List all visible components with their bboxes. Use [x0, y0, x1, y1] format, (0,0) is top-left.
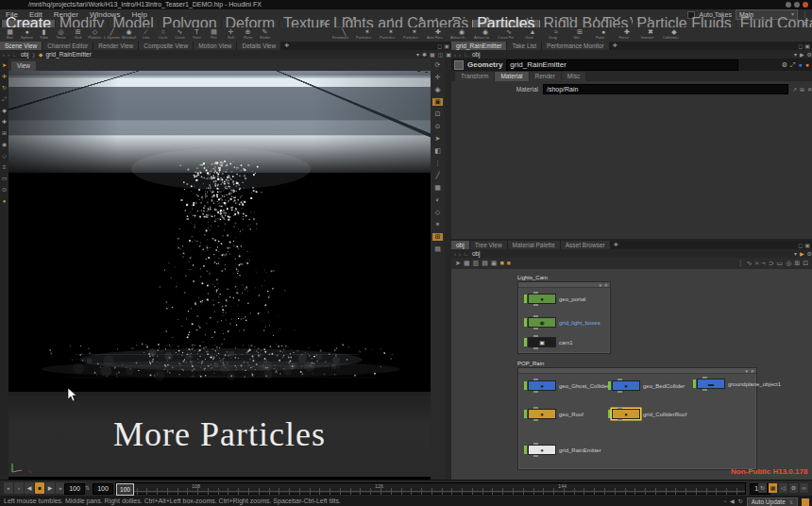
- path-dropdown[interactable]: ▾: [416, 51, 419, 58]
- path-current-node[interactable]: grid_RainEmitter: [45, 51, 91, 58]
- shelf-tool[interactable]: ⊕ Rivet: [240, 27, 256, 40]
- pane-tab[interactable]: Take List: [507, 42, 541, 50]
- pane-maximize-icon[interactable]: ◻: [798, 42, 803, 49]
- shelf-tool[interactable]: ≈ Drag: [545, 27, 567, 40]
- layout-nodes[interactable]: ▦: [464, 260, 470, 267]
- pane-maximize-icon[interactable]: ◻: [437, 42, 442, 49]
- parameter-tab[interactable]: Transform: [455, 72, 494, 81]
- shelf-tool[interactable]: ✛ Null: [223, 27, 239, 40]
- node-body[interactable]: ●: [528, 294, 556, 304]
- path-dropdown[interactable]: ▾: [794, 250, 797, 257]
- display-flag[interactable]: [693, 380, 696, 388]
- play-forward[interactable]: ▶: [45, 482, 55, 494]
- state-indicator[interactable]: ●: [3, 198, 7, 204]
- timeline-track[interactable]: 108126144 100: [115, 482, 746, 495]
- info-orange[interactable]: ●: [805, 61, 809, 68]
- badge-toggle[interactable]: ▣: [491, 260, 498, 267]
- network-node[interactable]: ▣ cam1: [524, 337, 573, 347]
- shelf-tool[interactable]: ⊞ Net: [568, 27, 591, 40]
- node-body[interactable]: ●: [612, 409, 640, 419]
- network-box-title[interactable]: Lights_Cam: [517, 275, 611, 281]
- translate-tool[interactable]: ✛: [2, 74, 7, 79]
- wire-mode[interactable]: ◇: [432, 209, 443, 216]
- network-node[interactable]: ● geo_portal: [524, 294, 585, 304]
- overview-toggle[interactable]: ⋮: [737, 260, 744, 267]
- group-view[interactable]: ⊃: [769, 260, 774, 267]
- flag-orange[interactable]: ■: [507, 260, 511, 267]
- pane-tab[interactable]: Render View: [93, 42, 138, 50]
- current-frame-marker[interactable]: 100: [116, 483, 134, 496]
- network-box-lights-cam[interactable]: Lights_Cam ▾ ✕ ● geo_portal ◉ grid_light…: [517, 275, 611, 354]
- new-tab-icon[interactable]: ✚: [611, 241, 621, 249]
- shelf-tool[interactable]: ○ Circle: [155, 27, 171, 40]
- shelf-tab[interactable]: Deform: [222, 20, 279, 27]
- pane-divider[interactable]: [445, 59, 451, 480]
- jump-to-start[interactable]: «: [4, 482, 13, 494]
- grid-snap[interactable]: ≈: [755, 260, 759, 267]
- snap-grid[interactable]: ⊞: [2, 130, 7, 136]
- op-chooser[interactable]: ⊞: [800, 86, 804, 93]
- misc-tool[interactable]: ⊙: [2, 187, 7, 193]
- pose-tool[interactable]: ◆: [2, 108, 7, 113]
- shelf-tool[interactable]: ● Sphere: [19, 27, 35, 40]
- pane-tab[interactable]: Scene View: [0, 42, 42, 50]
- shelf-tool[interactable]: ∿ Curve Force: [498, 27, 520, 40]
- prims-mode[interactable]: ▦: [432, 184, 443, 192]
- node-body[interactable]: ◉: [528, 317, 556, 328]
- shelf-gear-icon[interactable]: ⚙: [317, 20, 328, 27]
- shelf-tool[interactable]: ▦ Box: [2, 27, 18, 40]
- display-flag[interactable]: [524, 318, 527, 327]
- forward-arrow-icon[interactable]: ›: [459, 52, 461, 58]
- shaded-mode[interactable]: ◐: [432, 196, 443, 204]
- shelf-gear-icon[interactable]: ⚙: [800, 20, 810, 27]
- connect-mode[interactable]: ➤: [455, 260, 461, 267]
- shelf-tool[interactable]: ✶ Particles f..: [380, 27, 402, 40]
- shelf-tool[interactable]: ✖ Interact: [639, 27, 662, 40]
- pane-tab[interactable]: Channel Editor: [42, 42, 93, 50]
- network-node[interactable]: ◉ grid_light_boxes: [524, 317, 601, 328]
- rotate-tool[interactable]: ↻: [2, 85, 7, 91]
- display-flag[interactable]: [524, 446, 527, 454]
- list-view[interactable]: ▭: [777, 260, 784, 267]
- audio-mute[interactable]: ◀: [730, 497, 735, 506]
- node-body[interactable]: ▬: [697, 379, 725, 389]
- parameter-tab[interactable]: Misc: [562, 72, 585, 81]
- back-arrow-icon[interactable]: ‹: [454, 52, 456, 58]
- new-tab-icon[interactable]: ✚: [610, 42, 620, 50]
- wire-style[interactable]: ∿: [747, 260, 753, 267]
- back-arrow-icon[interactable]: ‹: [3, 52, 5, 58]
- shelf-tool[interactable]: ▤ File: [206, 27, 222, 40]
- shelf-tab[interactable]: Texture: [279, 20, 336, 27]
- shelf-tool[interactable]: T Font: [189, 27, 205, 40]
- path-root[interactable]: obj: [21, 51, 29, 58]
- sim-cache[interactable]: ▦: [769, 483, 777, 493]
- display-flag[interactable]: [608, 410, 611, 418]
- frame-selected[interactable]: ⊡: [432, 110, 443, 118]
- window-maximize-icon[interactable]: [794, 2, 800, 8]
- viewport-view-tab[interactable]: View: [11, 61, 36, 71]
- objects-mode[interactable]: ◧: [432, 147, 443, 155]
- path-root[interactable]: obj: [472, 250, 481, 257]
- pane-tab[interactable]: Details View: [237, 42, 280, 50]
- scene-viewport[interactable]: View More Particles ∿: [8, 59, 431, 480]
- pane-split-icon[interactable]: ▣: [804, 42, 810, 49]
- shelf-tool[interactable]: ◎ Torus: [53, 27, 69, 40]
- network-node[interactable]: ▬ groundplane_object1: [693, 379, 781, 389]
- shelf-tool[interactable]: ╱ L-System: [104, 27, 120, 40]
- pane-maximize-icon[interactable]: ◻: [798, 242, 803, 248]
- points-mode[interactable]: ⋮: [432, 160, 443, 167]
- display-flag[interactable]: [608, 381, 611, 390]
- window-close-icon[interactable]: [803, 2, 808, 8]
- network-node[interactable]: ● geo_Ghost_Collider: [524, 380, 609, 391]
- handle-tool[interactable]: ✚: [2, 119, 7, 125]
- shake-disconnect[interactable]: ¬: [762, 260, 766, 267]
- display-flag[interactable]: [524, 338, 527, 346]
- node-name-field[interactable]: grid_RainEmitter: [506, 59, 738, 71]
- network-box-pop-rain[interactable]: POP_Rain ▾ ✕ ● geo_Ghost_Collider ● geo_…: [517, 361, 757, 470]
- shelf-tool[interactable]: ✎ Stroke: [257, 27, 273, 40]
- pane-tab[interactable]: Asset Browser: [561, 241, 610, 249]
- view-pan[interactable]: ✛: [432, 74, 443, 81]
- find-node[interactable]: ◎: [786, 260, 791, 267]
- clear-field[interactable]: ✕: [807, 86, 812, 93]
- node-body[interactable]: ●: [612, 380, 640, 391]
